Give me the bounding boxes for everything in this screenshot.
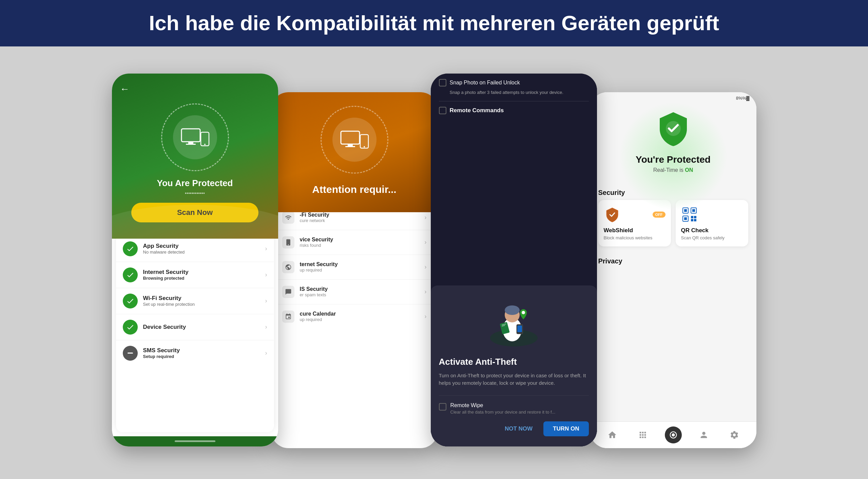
snap-photo-desc: Snap a photo after 3 failed attempts to … (450, 89, 589, 96)
p2-calendar-icon (282, 311, 294, 323)
internet-security-text: Internet Security Browsing protected (143, 269, 265, 281)
security-item-app[interactable]: App Security No malware detected › (116, 236, 274, 262)
dialog-title: Activate Anti-Theft (439, 357, 589, 367)
p2-internet-sub: up required (300, 267, 425, 273)
internet-security-subtitle: Browsing protected (143, 276, 265, 281)
p2-calendar-title: cure Calendar (300, 311, 425, 317)
phone4-shield (653, 109, 694, 151)
shield-icon (173, 115, 217, 159)
p2-device-sub: risks found (300, 243, 425, 248)
wifi-security-text: Wi-Fi Security Set up real-time protecti… (143, 295, 265, 307)
device-security-icon (123, 320, 138, 335)
p2-sms-arrow: › (425, 288, 427, 295)
svg-point-14 (505, 305, 520, 315)
antitheft-illustration (487, 297, 541, 348)
app-security-subtitle: No malware detected (143, 250, 265, 255)
device-security-title: Device Security (143, 324, 265, 331)
phone2-shield-icon (332, 118, 377, 162)
webshield-sub: Block malicious websites (604, 235, 666, 240)
phone2-item-device[interactable]: vice Security risks found › (275, 230, 433, 255)
antitheft-dialog: Activate Anti-Theft Turn on Anti-Theft t… (431, 285, 597, 446)
app-security-text: App Security No malware detected (143, 243, 265, 255)
nav-home[interactable] (604, 426, 621, 443)
webshield-icon (604, 206, 621, 223)
main-container: Ich habe die Kompatibilität mit mehreren… (0, 0, 868, 479)
svg-rect-1 (188, 142, 193, 144)
not-now-button[interactable]: NOT NOW (499, 421, 538, 436)
qrcheck-sub: Scan QR codes safely (681, 235, 743, 240)
sms-security-title: SMS Security (143, 347, 265, 354)
p2-sms-title: IS Security (300, 286, 425, 292)
svg-rect-8 (345, 146, 355, 147)
internet-security-arrow: › (265, 271, 267, 278)
security-list: App Security No malware detected › Inter… (116, 232, 274, 432)
svg-rect-0 (181, 129, 200, 142)
wifi-security-icon (123, 294, 138, 308)
svg-rect-27 (692, 209, 695, 212)
svg-rect-25 (684, 209, 687, 212)
app-security-icon (123, 241, 138, 256)
devices-svg (180, 124, 210, 151)
p2-sms-text: IS Security er spam texts (300, 286, 425, 297)
device-security-text: Device Security (143, 324, 265, 331)
device-security-arrow: › (265, 323, 267, 331)
dialog-body: Turn on Anti-Theft to protect your devic… (439, 372, 589, 387)
svg-rect-5 (128, 353, 133, 354)
sms-security-arrow: › (265, 350, 267, 357)
wifi-security-subtitle: Set up real-time protection (143, 302, 265, 307)
scan-now-button[interactable]: Scan Now (131, 203, 259, 222)
svg-rect-16 (517, 325, 522, 332)
phone1-frame: ← (112, 74, 278, 446)
phone2-item-sms[interactable]: IS Security er spam texts › (275, 280, 433, 304)
banner: Ich habe die Kompatibilität mit mehreren… (0, 0, 868, 46)
phone2-item-internet[interactable]: ternet Security up required › (275, 255, 433, 280)
dialog-buttons: NOT NOW TURN ON (439, 421, 589, 436)
p2-internet-text: ternet Security up required (300, 261, 425, 273)
p2-device-title: vice Security (300, 237, 425, 243)
p2-wifi-text: -Fi Security cure network (300, 212, 425, 223)
p2-device-arrow: › (425, 239, 427, 246)
svg-rect-31 (694, 216, 696, 218)
svg-point-17 (522, 311, 525, 314)
nav-scan-active[interactable] (665, 426, 682, 443)
security-item-device[interactable]: Device Security › (116, 314, 274, 340)
webshield-title: WebShield (604, 227, 666, 234)
security-item-sms[interactable]: SMS Security Setup required › (116, 340, 274, 366)
p2-wifi-sub: cure network (300, 218, 425, 223)
dialog-illustration (487, 296, 541, 350)
phone2-list: -Fi Security cure network › vice Securit… (275, 205, 433, 444)
svg-point-4 (204, 144, 206, 145)
phone4-header: You're Protected Real-Time is ON (590, 102, 756, 183)
p2-internet-arrow: › (425, 263, 427, 271)
qrcheck-title: QR Check (681, 227, 743, 234)
remote-commands-title: Remote Commands (450, 107, 504, 114)
nav-settings[interactable] (726, 426, 743, 443)
devices-row: ← (0, 72, 868, 448)
svg-point-35 (672, 433, 675, 436)
security-item-wifi[interactable]: Wi-Fi Security Set up real-time protecti… (116, 288, 274, 314)
svg-rect-30 (691, 216, 693, 218)
p2-calendar-arrow: › (425, 313, 427, 320)
phone3-frame: Snap Photo on Failed Unlock Snap a photo… (431, 74, 597, 446)
nav-user[interactable] (695, 426, 712, 443)
p2-internet-icon (282, 261, 294, 273)
back-button[interactable]: ← (120, 84, 130, 95)
phone4-realtime: Real-Time is ON (653, 167, 693, 173)
internet-security-icon (123, 267, 138, 282)
phone2-item-calendar[interactable]: cure Calendar up required › (275, 304, 433, 329)
svg-rect-29 (684, 217, 687, 220)
banner-text: Ich habe die Kompatibilität mit mehreren… (149, 11, 719, 35)
battery-level: 8% (736, 96, 742, 101)
phone2-devices-svg (339, 126, 370, 153)
security-item-internet[interactable]: Internet Security Browsing protected › (116, 262, 274, 288)
svg-rect-7 (348, 144, 353, 146)
p2-sms-icon (282, 286, 294, 298)
remote-wipe-sub: Clear all the data from your device and … (450, 410, 556, 415)
phone4-protected-title: You're Protected (636, 154, 711, 165)
svg-rect-33 (694, 219, 696, 221)
nav-apps[interactable] (634, 426, 651, 443)
privacy-section-title: Privacy (590, 252, 756, 268)
wifi-security-title: Wi-Fi Security (143, 295, 265, 302)
p2-calendar-sub: up required (300, 317, 425, 322)
turn-on-button[interactable]: TURN ON (543, 421, 589, 436)
